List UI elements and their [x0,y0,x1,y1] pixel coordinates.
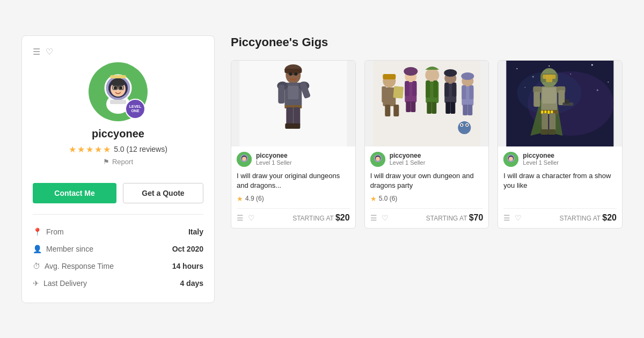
heart-icon-2[interactable]: ♡ [382,214,389,222]
gig-card-1[interactable]: piccyonee Level 1 Seller I will draw you… [231,60,356,229]
svg-point-77 [376,157,380,161]
svg-rect-109 [548,129,556,135]
svg-rect-53 [427,102,431,114]
list-icon-3[interactable]: ☰ [503,214,510,222]
svg-rect-47 [406,101,411,112]
gig-body-1: piccyonee Level 1 Seller I will draw you… [231,146,355,228]
seller-level-2: Level 1 Seller [390,159,426,166]
svg-rect-61 [450,102,455,114]
svg-rect-11 [110,75,126,78]
seller-name-3: piccyonee [523,152,559,159]
svg-rect-12 [110,100,126,104]
svg-rect-45 [405,81,409,96]
list-icon-1[interactable]: ☰ [237,214,244,222]
rating-row: ★ ★ ★ ★ ★ 5.0 (12 reviews) [69,144,167,155]
avatar-wrapper: LEVEL ONE [89,62,148,121]
heart-icon-3[interactable]: ♡ [515,214,522,222]
gig-price-3: STARTING AT $20 [560,213,617,223]
star-4: ★ [94,144,102,155]
gig-rating-text-2: 5.0 (6) [379,195,398,202]
rating-text: 5.0 (12 reviews) [114,145,167,153]
svg-rect-60 [445,102,450,114]
svg-point-43 [404,67,418,76]
gig-title-3: I will draw a character from a show you … [503,171,617,204]
svg-point-33 [242,157,246,161]
info-row-from: 📍 From Italy [33,223,203,240]
svg-rect-41 [385,105,390,116]
seller-avatar-3 [503,152,518,167]
svg-point-81 [549,65,550,67]
report-label: Report [112,158,133,166]
gig-image-1 [231,61,355,146]
delivery-label: ✈ Last Delivery [33,279,87,288]
seller-level-1: Level 1 Seller [256,159,292,166]
seller-info-3: piccyonee Level 1 Seller [523,152,559,167]
gig-footer-2: ☰ ♡ STARTING AT $70 [370,208,484,223]
report-row[interactable]: ⚑ Report [103,158,133,166]
svg-rect-26 [286,107,293,126]
flag-icon: ⚑ [103,158,109,166]
svg-rect-67 [463,105,467,115]
svg-rect-54 [431,102,436,114]
svg-rect-28 [285,123,293,129]
svg-rect-94 [548,111,550,114]
location-icon: 📍 [33,227,42,236]
star-1: ★ [69,144,76,155]
gig-footer-3: ☰ ♡ STARTING AT $20 [503,208,617,223]
gig-image-2 [365,61,489,146]
info-row-delivery: ✈ Last Delivery 4 days [33,275,203,292]
list-icon-2[interactable]: ☰ [370,214,377,222]
svg-point-84 [608,82,609,83]
seller-info-2: piccyonee Level 1 Seller [390,152,426,167]
gig-title-1: I will draw your original dungeons and d… [237,171,350,190]
gig-body-2: piccyonee Level 1 Seller I will draw you… [365,146,489,228]
svg-point-113 [509,157,513,161]
svg-rect-102 [534,92,540,107]
avatar-section: LEVEL ONE piccyonee ★ ★ ★ ★ ★ 5.0 (12 re… [33,62,203,174]
member-value: Oct 2020 [172,245,203,253]
svg-rect-46 [412,81,416,96]
gig-image-3 [498,61,622,146]
btn-row: Contact Me Get a Quote [33,183,203,203]
menu-icon[interactable]: ☰ [33,47,40,57]
gig-rating-row-2: ★ 5.0 (6) [370,195,484,203]
info-table: 📍 From Italy 👤 Member since Oct 2020 ⏱ A… [33,223,203,292]
username: piccyonee [92,128,144,140]
gig-price-1: STARTING AT $20 [292,213,350,223]
gigs-title: Piccyonee's Gigs [231,35,623,49]
contact-button[interactable]: Contact Me [33,183,116,203]
seller-info-1: piccyonee Level 1 Seller [256,152,292,167]
gigs-grid: piccyonee Level 1 Seller I will draw you… [231,60,623,229]
svg-rect-38 [393,86,404,98]
svg-rect-107 [550,113,556,132]
gig-star-1: ★ [237,195,243,203]
star-2: ★ [77,144,85,155]
svg-point-56 [444,69,457,77]
gig-card-2[interactable]: piccyonee Level 1 Seller I will draw you… [364,60,489,229]
seller-level-3: Level 1 Seller [523,159,559,166]
gig-rating-row-1: ★ 4.9 (6) [237,195,350,203]
delivery-value: 4 days [180,279,203,288]
person-icon: 👤 [33,245,42,253]
seller-row-3: piccyonee Level 1 Seller [503,152,617,167]
heart-icon[interactable]: ♡ [46,47,53,57]
star-3: ★ [86,144,93,155]
svg-rect-99 [546,75,553,82]
svg-point-49 [425,68,439,82]
svg-point-79 [517,68,518,69]
heart-icon-1[interactable]: ♡ [248,214,255,222]
seller-avatar-1 [237,152,252,167]
gig-rating-text-1: 4.9 (6) [245,195,264,202]
info-row-member: 👤 Member since Oct 2020 [33,240,203,258]
card-top-icons: ☰ ♡ [33,47,203,57]
seller-name-1: piccyonee [256,152,292,159]
svg-rect-52 [433,80,437,98]
svg-rect-36 [383,74,396,79]
quote-button[interactable]: Get a Quote [123,183,203,203]
svg-point-83 [591,64,593,65]
svg-point-17 [289,72,292,76]
page-wrapper: ☰ ♡ [0,14,644,325]
gig-body-3: piccyonee Level 1 Seller I will draw a c… [498,146,622,228]
svg-rect-22 [288,86,298,99]
gig-card-3[interactable]: piccyonee Level 1 Seller I will draw a c… [497,60,623,229]
